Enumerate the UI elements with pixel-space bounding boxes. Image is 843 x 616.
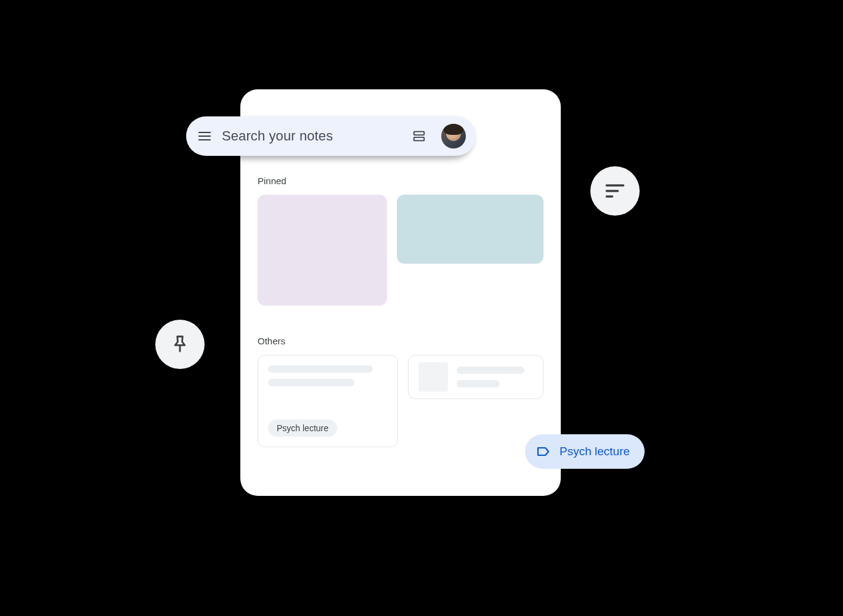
other-note-1[interactable]: Psych lecture: [258, 355, 398, 447]
pinned-notes-row: [258, 195, 544, 306]
section-title-others: Others: [258, 336, 544, 346]
pin-button[interactable]: [155, 320, 205, 369]
search-placeholder[interactable]: Search your notes: [222, 128, 402, 144]
pinned-note-1[interactable]: [258, 195, 387, 306]
list-view-icon[interactable]: [410, 128, 428, 145]
other-note-2[interactable]: [408, 355, 544, 399]
search-bar[interactable]: Search your notes: [186, 116, 476, 156]
placeholder-line: [457, 380, 500, 387]
sort-button[interactable]: [590, 166, 640, 216]
pinned-note-2[interactable]: [397, 195, 544, 264]
section-title-pinned: Pinned: [258, 176, 544, 186]
label-pill-text: Psych lecture: [560, 445, 630, 458]
note-label-chip[interactable]: Psych lecture: [268, 419, 337, 437]
sort-icon: [604, 180, 626, 202]
pin-icon: [169, 334, 190, 355]
section-pinned: Pinned: [258, 176, 544, 306]
section-others: Others Psych lecture: [258, 336, 544, 447]
placeholder-line: [457, 367, 524, 374]
svg-rect-0: [414, 132, 425, 136]
placeholder-line: [268, 365, 373, 373]
placeholder-thumbnail: [418, 362, 448, 392]
label-icon: [536, 444, 551, 459]
label-pill[interactable]: Psych lecture: [525, 434, 645, 469]
placeholder-line: [268, 379, 354, 386]
svg-rect-1: [414, 137, 425, 141]
others-notes-row: Psych lecture: [258, 355, 544, 447]
menu-icon[interactable]: [196, 128, 213, 145]
account-avatar[interactable]: [441, 124, 466, 148]
